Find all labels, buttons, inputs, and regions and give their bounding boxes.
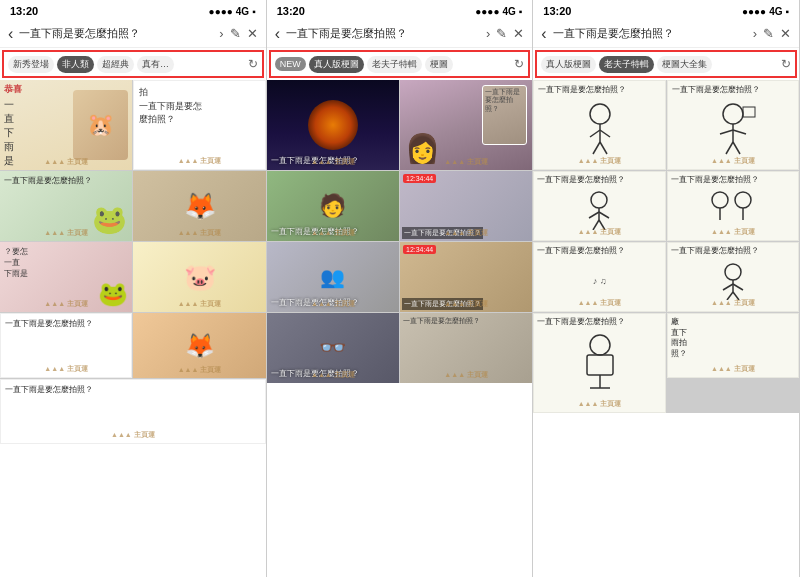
tag-1-1[interactable]: 非人類 (57, 56, 94, 73)
watermark-2-7: ▲▲▲ 主頁運 (400, 370, 532, 380)
tags-row-1: 新秀登場 非人類 超經典 真有… ↻ (2, 50, 264, 78)
tag-1-3[interactable]: 真有… (137, 56, 174, 73)
back-button-1[interactable]: ‹ (8, 25, 13, 43)
close-icon-3[interactable]: ✕ (780, 26, 791, 41)
refresh-icon-1[interactable]: ↻ (248, 57, 258, 71)
edit-icon-2[interactable]: ✎ (496, 26, 507, 41)
cell-1-4[interactable]: ？要怎一直下雨是 🐸 ▲▲▲ 主頁運 (0, 242, 132, 312)
cell-1-8[interactable]: 一直下雨是要怎麼拍照？ ▲▲▲ 主頁運 (0, 379, 266, 444)
content-area-2: 一直下雨是要怎麼拍照？ ▲▲▲ 主頁運 一直下雨是要怎麼拍照？ 👩 ▲▲▲ 主頁… (267, 80, 533, 577)
cell-2-3[interactable]: 12:34:44 一直下雨是要怎麼拍照？ ▲▲▲ 主頁運 (400, 171, 532, 241)
watermark-2-5: ▲▲▲ 主頁運 (400, 299, 532, 309)
time-3: 13:20 (543, 5, 571, 17)
watermark-1-1: ▲▲▲ 主頁運 (134, 156, 264, 166)
svg-line-10 (726, 142, 733, 154)
tag-2-1[interactable]: 老夫子特輯 (367, 56, 422, 73)
svg-point-19 (712, 192, 728, 208)
tag-2-2[interactable]: 梗圖 (425, 56, 453, 73)
close-icon-2[interactable]: ✕ (513, 26, 524, 41)
top-nav-1: ‹ 一直下雨是要怎麼拍照？ › ✎ ✕ (0, 20, 266, 48)
tag-2-new[interactable]: NEW (275, 57, 306, 71)
refresh-icon-2[interactable]: ↻ (514, 57, 524, 71)
nav-icons-2: › ✎ ✕ (486, 26, 524, 41)
cell-3-4[interactable]: 一直下雨是要怎麼拍照？ ♪ ♫ ▲▲▲ 主頁運 (533, 242, 665, 312)
refresh-icon-3[interactable]: ↻ (781, 57, 791, 71)
back-button-2[interactable]: ‹ (275, 25, 280, 43)
share-icon-2[interactable]: › (486, 26, 490, 41)
cell-1-3[interactable]: 🦊 ▲▲▲ 主頁運 (133, 171, 265, 241)
tags-row-2: NEW 真人版梗圖 老夫子特輯 梗圖 ↻ (269, 50, 531, 78)
cell-3-2[interactable]: 一直下雨是要怎麼拍照？ ▲▲▲ 主頁運 (533, 171, 665, 241)
cell-2-0[interactable]: 一直下雨是要怎麼拍照？ ▲▲▲ 主頁運 (267, 80, 399, 170)
image-grid-1: 恭喜 一直下雨是要怎麼 🐹 ▲▲▲ 主頁運 拍一直下雨是要怎麼拍照？ ▲▲▲ 主… (0, 80, 266, 444)
cell-1-1[interactable]: 拍一直下雨是要怎麼拍照？ ▲▲▲ 主頁運 (133, 80, 265, 170)
cell-3-7[interactable]: 廠直下雨拍照？ ▲▲▲ 主頁運 (667, 313, 799, 378)
cell-2-4[interactable]: 一直下雨是要怎麼拍照？ 👥 ▲▲▲ 主頁運 (267, 242, 399, 312)
network-icon-2: 4G (502, 6, 515, 17)
watermark-1-4: ▲▲▲ 主頁運 (0, 299, 132, 309)
cell-3-3[interactable]: 一直下雨是要怎麼拍照？ ▲▲▲ 主頁運 (667, 171, 799, 241)
svg-line-2 (590, 130, 600, 137)
watermark-1-8: ▲▲▲ 主頁運 (1, 430, 265, 440)
watermark-3-6: ▲▲▲ 主頁運 (534, 399, 664, 409)
cell-1-5[interactable]: 🐷 ▲▲▲ 主頁運 (133, 242, 265, 312)
cell-3-1[interactable]: 一直下雨是要怎麼拍照？ ▲▲▲ 主頁運 (667, 80, 799, 170)
close-icon-1[interactable]: ✕ (247, 26, 258, 41)
svg-line-25 (723, 284, 733, 290)
svg-line-16 (599, 212, 609, 218)
watermark-3-0: ▲▲▲ 主頁運 (534, 156, 664, 166)
cell-2-5[interactable]: 12:34:44 一直下雨是要怎麼拍照？ ▲▲▲ 主頁運 (400, 242, 532, 312)
svg-line-15 (589, 212, 599, 218)
tag-1-2[interactable]: 超經典 (97, 56, 134, 73)
svg-point-6 (723, 104, 743, 124)
watermark-3-2: ▲▲▲ 主頁運 (534, 227, 664, 237)
tag-3-2[interactable]: 梗圖大全集 (657, 56, 712, 73)
cell-2-2[interactable]: 一直下雨是要怎麼拍照？ 🧑 ▲▲▲ 主頁運 (267, 171, 399, 241)
phone-panel-1: 13:20 ●●●● 4G ▪ ‹ 一直下雨是要怎麼拍照？ › ✎ ✕ 新秀登場… (0, 0, 267, 577)
svg-point-13 (591, 192, 607, 208)
svg-point-29 (590, 335, 610, 355)
cell-2-7[interactable]: 一直下雨是要怎麼拍照？ ▲▲▲ 主頁運 (400, 313, 532, 383)
cell-3-0[interactable]: 一直下雨是要怎麼拍照？ ▲▲▲ 主頁運 (533, 80, 665, 170)
svg-line-9 (733, 130, 746, 134)
status-bar-2: 13:20 ●●●● 4G ▪ (267, 0, 533, 20)
battery-icon-1: ▪ (252, 6, 256, 17)
cell-2-6[interactable]: 👓 一直下雨是要怎麼拍照？ ▲▲▲ 主頁運 (267, 313, 399, 383)
tags-row-3: 真人版梗圖 老夫子特輯 梗圖大全集 ↻ (535, 50, 797, 78)
watermark-1-5: ▲▲▲ 主頁運 (133, 299, 265, 309)
cell-3-6[interactable]: 一直下雨是要怎麼拍照？ ▲▲▲ 主頁運 (533, 313, 665, 413)
share-icon-1[interactable]: › (219, 26, 223, 41)
tag-1-0[interactable]: 新秀登場 (8, 56, 54, 73)
battery-icon-2: ▪ (519, 6, 523, 17)
phone-panel-3: 13:20 ●●●● 4G ▪ ‹ 一直下雨是要怎麼拍照？ › ✎ ✕ 真人版梗… (533, 0, 800, 577)
back-button-3[interactable]: ‹ (541, 25, 546, 43)
share-icon-3[interactable]: › (753, 26, 757, 41)
cell-2-1[interactable]: 一直下雨是要怎麼拍照？ 👩 ▲▲▲ 主頁運 (400, 80, 532, 170)
tag-2-0[interactable]: 真人版梗圖 (309, 56, 364, 73)
watermark-2-1: ▲▲▲ 主頁運 (400, 157, 532, 167)
cell-3-5[interactable]: 一直下雨是要怎麼拍照？ ▲▲▲ 主頁運 (667, 242, 799, 312)
signal-icon-2: ●●●● (475, 6, 499, 17)
watermark-3-1: ▲▲▲ 主頁運 (668, 156, 798, 166)
nav-title-2: 一直下雨是要怎麼拍照？ (286, 26, 480, 41)
content-area-3: 一直下雨是要怎麼拍照？ ▲▲▲ 主頁運 一直下雨是要怎麼拍照？ (533, 80, 799, 577)
cell-1-6[interactable]: 一直下雨是要怎麼拍照？ ▲▲▲ 主頁運 (0, 313, 132, 378)
tag-3-1[interactable]: 老夫子特輯 (599, 56, 654, 73)
cell-1-7[interactable]: 🦊 ▲▲▲ 主頁運 (133, 313, 265, 378)
tag-3-0[interactable]: 真人版梗圖 (541, 56, 596, 73)
watermark-3-7: ▲▲▲ 主頁運 (668, 364, 798, 374)
cell-1-2[interactable]: 一直下雨是要怎麼拍照？ 🐸 ▲▲▲ 主頁運 (0, 171, 132, 241)
watermark-2-6: ▲▲▲ 主頁運 (267, 370, 399, 380)
edit-icon-1[interactable]: ✎ (230, 26, 241, 41)
watermark-1-2: ▲▲▲ 主頁運 (0, 228, 132, 238)
cell-1-0[interactable]: 恭喜 一直下雨是要怎麼 🐹 ▲▲▲ 主頁運 (0, 80, 132, 170)
status-icons-3: ●●●● 4G ▪ (742, 6, 789, 17)
time-1: 13:20 (10, 5, 38, 17)
watermark-2-2: ▲▲▲ 主頁運 (267, 228, 399, 238)
edit-icon-3[interactable]: ✎ (763, 26, 774, 41)
svg-point-20 (735, 192, 751, 208)
image-grid-3: 一直下雨是要怎麼拍照？ ▲▲▲ 主頁運 一直下雨是要怎麼拍照？ (533, 80, 799, 413)
network-icon-1: 4G (236, 6, 249, 17)
watermark-3-5: ▲▲▲ 主頁運 (668, 298, 798, 308)
watermark-2-4: ▲▲▲ 主頁運 (267, 299, 399, 309)
